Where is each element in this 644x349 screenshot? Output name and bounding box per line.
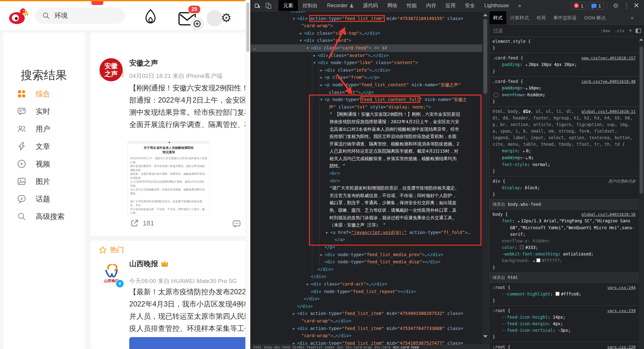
twisty-collapsed-icon[interactable]: ▶ <box>291 325 296 332</box>
dom-tree-node[interactable]: 阴性。" <box>251 162 482 170</box>
dom-tree-node[interactable]: class="txt">…</p> <box>251 89 482 96</box>
dom-tree-node[interactable]: </div> <box>251 266 482 273</box>
sidebar-item-图片[interactable]: 图片 <box>17 176 50 187</box>
sidebar-item-高级搜索[interactable]: 高级搜索 <box>17 211 64 222</box>
twisty-collapsed-icon[interactable]: ▶ <box>305 281 310 288</box>
post-meta[interactable]: 今天09:00 来自 HUAWEI Mate30 Pro 5G <box>129 277 237 285</box>
twisty-collapsed-icon[interactable]: ▶ <box>319 67 324 74</box>
dom-tree-node[interactable]: "card-wrap">…</div> <box>251 317 482 325</box>
css-property[interactable]: -webkit-font-smoothing: antialiased; <box>493 251 636 257</box>
expand-shorthand-icon[interactable]: ▶ <box>534 259 535 263</box>
breadcrumb-item[interactable]: div.card <box>374 345 390 349</box>
twisty-collapsed-icon[interactable]: ▶ <box>325 229 330 236</box>
scrollbar-thumb[interactable] <box>246 3 249 52</box>
twisty-expanded-icon[interactable]: ▼ <box>312 59 317 67</box>
author-name[interactable]: 山西晚报 <box>129 259 168 269</box>
css-rule[interactable]: new.css?ver…4011618:157.card-feed {paddi… <box>489 53 639 77</box>
css-rule[interactable]: vars.css:244:root {--comment-highlight: … <box>489 283 639 306</box>
more-tabs-icon[interactable]: » <box>514 0 526 11</box>
weibo-logo-icon[interactable] <box>8 5 29 26</box>
css-rule[interactable]: 用户代理样式表div {display: block;} <box>489 176 639 200</box>
share-action[interactable]: 181 <box>130 219 154 227</box>
expand-shorthand-icon[interactable]: ▶ <box>526 156 528 160</box>
toggle-hover-button[interactable]: :hov <box>601 28 610 33</box>
stylesheet-link[interactable]: vars.css:239 <box>607 307 636 314</box>
dom-tree-node[interactable]: ▶<div action-type="feed_list_item" mid="… <box>251 310 482 317</box>
css-property[interactable]: padding: ▶16px; <box>493 85 636 92</box>
css-property[interactable]: display: block; <box>493 185 636 191</box>
color-swatch[interactable] <box>520 245 524 249</box>
twisty-collapsed-icon[interactable]: ▶ <box>291 340 296 345</box>
elements-scrollbar[interactable] <box>482 11 488 345</box>
twisty-expanded-icon[interactable]: ▼ <box>319 96 324 104</box>
css-property[interactable]: --feed-icon-margin: 4px; <box>493 321 636 327</box>
dom-tree-node[interactable]: 时到就近的发热门诊就诊，就诊过程中应避免乘坐公共交通工具。 <box>251 214 482 222</box>
hot-search-icon[interactable] <box>143 9 158 27</box>
dom-tree-node[interactable]: 开展流行病学调查、隔离管控、核酸检测和环境消杀等防疫措施。2 <box>251 140 482 148</box>
css-rule[interactable]: vars.css:239:root {--feed-icon-height: 1… <box>489 306 639 342</box>
twisty-collapsed-icon[interactable]: ▶ <box>312 52 317 59</box>
breadcrumb-item[interactable]: html <box>253 345 261 349</box>
scroll-up-icon[interactable] <box>483 14 488 16</box>
twisty-collapsed-icon[interactable]: ▶ <box>319 251 324 259</box>
dom-tree-node[interactable]: 关注官方发布的权威信息，不信谣、不传谣；同时做好个人防护， <box>251 192 482 200</box>
stylesheet-link[interactable]: card.css?ve…04011618:48 <box>581 78 636 85</box>
scrollbar-thumb[interactable] <box>483 19 487 94</box>
device-toolbar-icon[interactable] <box>265 2 272 9</box>
stylesheet-link[interactable]: vars.css:220 <box>607 344 636 349</box>
page-scrollbar[interactable] <box>245 0 250 349</box>
new-style-rule-button[interactable]: + <box>629 28 632 34</box>
stylesheet-link[interactable]: 用户代理样式表 <box>608 178 636 185</box>
dom-tree-node[interactable]: ▶<p class="from">…</p> <box>251 74 482 81</box>
more-tabs-icon[interactable]: » <box>627 11 637 24</box>
stylesheet-link[interactable]: vars.css:244 <box>607 284 636 291</box>
styles-scrollbar[interactable] <box>639 37 644 349</box>
styles-tab-计算样式[interactable]: 计算样式 <box>506 11 533 24</box>
dom-tree-node[interactable]: 热、咳嗽、腹泻、乏力等症状，请佩戴好一次性医用外科口罩，及 <box>251 207 482 214</box>
dom-tree-node[interactable]: ▶<div class="info">…</div> <box>251 67 482 74</box>
css-property[interactable]: font-style: normal; <box>493 161 636 168</box>
devtools-settings-gear-icon[interactable]: ⚙ <box>613 3 619 9</box>
breadcrumb-item[interactable]: div <box>337 345 343 349</box>
dom-tree-node[interactable]: （来源：安徽之声 汪菲） " <box>251 221 482 229</box>
css-property[interactable]: --feed-icon-vertical: -3px; <box>493 327 636 334</box>
dom-tree-node[interactable]: ▼<div action-type="feed_list_item" mid="… <box>251 15 482 23</box>
kebab-menu-icon[interactable]: ⋮ <box>624 3 630 9</box>
devtools-tab-应用[interactable]: 应用 <box>441 0 460 11</box>
breadcrumb-item[interactable]: body.wbs-feed <box>264 345 290 349</box>
devtools-tab-网络[interactable]: 网络 <box>383 0 402 11</box>
css-rule[interactable]: vars.css:220:root { <box>489 342 639 349</box>
css-rule[interactable]: card.css?ve…04011618:48.card-feed {paddi… <box>489 77 639 107</box>
styles-tab-事件监听器[interactable]: 事件监听器 <box>549 11 580 24</box>
css-property[interactable]: color: #333; <box>493 244 636 251</box>
dom-tree-node[interactable]: ▶<a href="javascript:void(0);" action-ty… <box>251 229 482 236</box>
css-property[interactable]: overflow-x: hidden; <box>493 238 636 244</box>
sidebar-item-文章[interactable]: 文章 <box>17 141 50 152</box>
error-badge[interactable]: ✕1 <box>571 2 586 10</box>
post-image[interactable]: 关于两名省外返来人员核酸检测阳性情况通报 2022年4月2日上午，我区在六安北高… <box>127 141 210 216</box>
breadcrumb[interactable]: htmlbody.wbs-feeddiv#pl_feedlist_indexdi… <box>251 345 489 349</box>
feed-card[interactable]: 热门 山西晚报 V 山西晚报 今天09:00 来自 HUAWEI Mate30 … <box>90 241 250 349</box>
dom-tree-node[interactable]: ▶<div class="card-top">…</div> <box>251 30 482 37</box>
dom-tree-node[interactable]: </div> <box>251 303 482 310</box>
sidebar-item-综合[interactable]: 综合 <box>17 88 50 99</box>
post-meta[interactable]: 04月02日 18:21 来自 iPhone客户端 <box>129 72 222 80</box>
styles-tab-样式[interactable]: 样式 <box>489 11 506 24</box>
feed-card[interactable]: 热门 安徽之声 安徽之声 04月02日 18:21 来自 iPhone客户端 【… <box>90 33 250 236</box>
expand-shorthand-icon[interactable]: ▶ <box>518 220 520 223</box>
dom-tree-node[interactable]: ▶<div class="avator">…</div> <box>251 52 482 59</box>
dom-tree-node[interactable]: ▶<div action-type="feed_list_item" mid="… <box>251 340 482 345</box>
scroll-down-icon[interactable] <box>483 335 488 338</box>
inspect-element-icon[interactable] <box>254 2 261 9</box>
search-input[interactable]: 环境 <box>35 8 125 24</box>
css-property[interactable]: --feed-icon-height: 14px; <box>493 314 636 321</box>
dom-tree-node[interactable]: </div> <box>251 273 482 281</box>
devtools-tab-Recorder[interactable]: Recorder <box>322 0 358 11</box>
twisty-expanded-icon[interactable]: ▼ <box>291 15 296 23</box>
dom-tree-node[interactable]: ▶<p node-type="feed_list_content" nick-n… <box>251 81 482 89</box>
stylesheet-link[interactable]: global.css?…04011618:11 <box>581 108 636 115</box>
breadcrumb-item[interactable]: div#pl_feedlist_index <box>293 345 334 349</box>
devtools-tab-性能[interactable]: 性能 <box>402 0 422 11</box>
dom-tree-node[interactable]: </a> <box>251 236 482 244</box>
styles-tab-布局[interactable]: 布局 <box>533 11 549 24</box>
